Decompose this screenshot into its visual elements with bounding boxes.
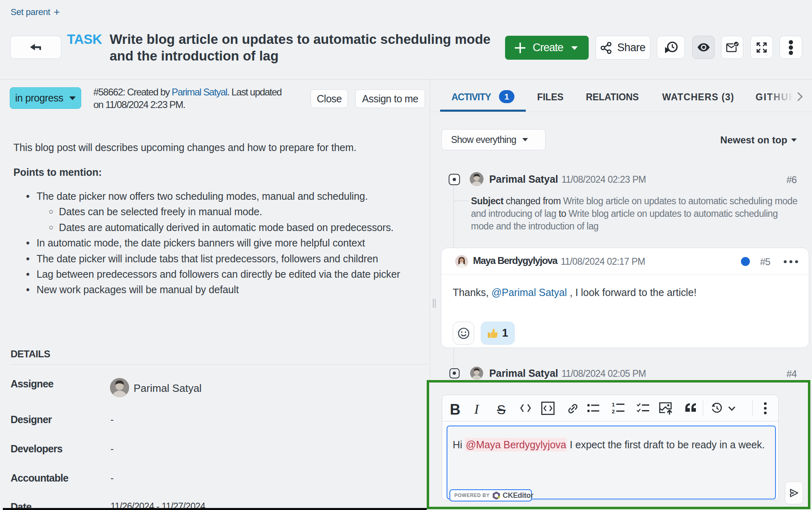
svg-text:2: 2 — [612, 408, 615, 414]
svg-text:1: 1 — [612, 402, 615, 408]
